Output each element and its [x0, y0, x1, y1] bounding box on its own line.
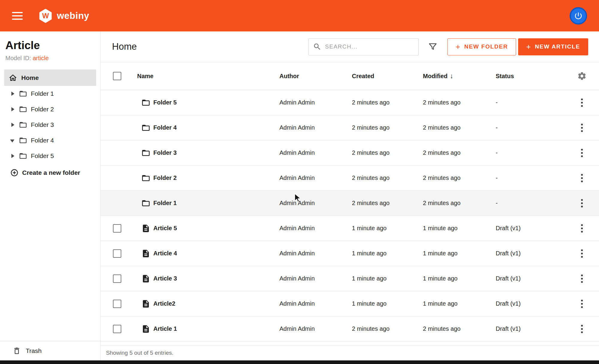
folder-icon [141, 199, 150, 208]
svg-text:W: W [42, 12, 49, 20]
folder-icon [19, 90, 27, 98]
sort-desc-icon: ↓ [450, 72, 453, 80]
search-input[interactable] [325, 43, 414, 50]
table-settings-button[interactable] [565, 71, 599, 81]
folder-icon [19, 105, 27, 113]
row-menu-button[interactable] [579, 222, 585, 235]
folder-tree: Home Folder 1 Folder 2 [0, 69, 100, 179]
plus-circle-icon [10, 169, 19, 177]
row-menu-button[interactable] [579, 322, 585, 336]
webiny-logo-icon: W [38, 9, 53, 23]
home-icon [8, 73, 17, 82]
new-folder-button[interactable]: + NEW FOLDER [447, 38, 516, 55]
sidebar-item-folder-1[interactable]: Folder 1 [0, 86, 100, 101]
chevron-right-icon[interactable] [10, 107, 15, 112]
row-menu-button[interactable] [579, 297, 585, 310]
column-header-name[interactable]: Name [128, 73, 279, 80]
folder-icon [141, 174, 150, 183]
sidebar: Article Model ID: article Home Folder 1 [0, 31, 101, 360]
column-header-created[interactable]: Created [352, 73, 423, 80]
entries-count: Showing 5 out of 5 entries. [106, 350, 173, 356]
plus-icon: + [526, 43, 531, 51]
table-header: Name Author Created Modified ↓ Status [101, 62, 599, 90]
row-checkbox[interactable] [113, 274, 121, 283]
sidebar-item-folder-5[interactable]: Folder 5 [0, 148, 100, 164]
row-menu-button[interactable] [579, 172, 585, 185]
row-menu-button[interactable] [579, 121, 585, 134]
power-icon [574, 11, 583, 20]
document-icon [141, 324, 150, 333]
row-menu-button[interactable] [579, 272, 585, 285]
table-row[interactable]: Article2 Admin Admin 1 minute ago 1 minu… [101, 291, 599, 316]
create-folder-button[interactable]: Create a new folder [0, 166, 100, 179]
folder-icon [19, 136, 27, 145]
chevron-right-icon[interactable] [10, 122, 15, 127]
document-icon [141, 224, 150, 233]
chevron-right-icon[interactable] [10, 91, 15, 96]
document-icon [141, 299, 150, 308]
table-row[interactable]: Folder 5 Admin Admin 2 minutes ago 2 min… [101, 90, 599, 115]
row-checkbox[interactable] [113, 300, 121, 308]
row-checkbox[interactable] [113, 325, 121, 333]
page-title: Home [112, 41, 137, 52]
menu-icon[interactable] [12, 12, 23, 20]
folder-icon [19, 121, 27, 129]
row-checkbox[interactable] [113, 224, 121, 233]
filter-icon [428, 42, 438, 52]
sidebar-item-folder-2[interactable]: Folder 2 [0, 101, 100, 117]
brand-name: webiny [57, 10, 89, 21]
trash-icon [13, 347, 21, 355]
table-row[interactable]: Article 5 Admin Admin 1 minute ago 1 min… [101, 216, 599, 241]
table-row[interactable]: Article 1 Admin Admin 2 minutes ago 2 mi… [101, 316, 599, 342]
table-row[interactable]: Folder 2 Admin Admin 2 minutes ago 2 min… [101, 166, 599, 191]
plus-icon: + [456, 43, 461, 51]
table-row[interactable]: Folder 4 Admin Admin 2 minutes ago 2 min… [101, 115, 599, 140]
model-id-value: article [33, 55, 49, 61]
search-box[interactable] [308, 38, 419, 55]
sidebar-item-folder-3[interactable]: Folder 3 [0, 117, 100, 133]
table-footer: Showing 5 out of 5 entries. [101, 345, 599, 360]
sidebar-item-home[interactable]: Home [4, 69, 96, 86]
model-id-line: Model ID: article [5, 55, 94, 62]
table-row[interactable]: Folder 3 Admin Admin 2 minutes ago 2 min… [101, 140, 599, 166]
column-header-modified[interactable]: Modified ↓ [423, 72, 496, 80]
folder-icon [141, 98, 150, 107]
gear-icon [577, 71, 587, 81]
topbar: W webiny [0, 0, 599, 31]
table-row[interactable]: Folder 1 Admin Admin 2 minutes ago 2 min… [101, 191, 599, 216]
model-title: Article [5, 39, 94, 52]
document-icon [141, 274, 150, 283]
row-checkbox[interactable] [113, 249, 121, 258]
row-menu-button[interactable] [579, 247, 585, 260]
row-menu-button[interactable] [579, 96, 585, 109]
table-row[interactable]: Article 3 Admin Admin 1 minute ago 1 min… [101, 266, 599, 291]
webiny-logo: W webiny [38, 9, 89, 23]
folder-icon [141, 148, 150, 157]
table-row[interactable]: Article 4 Admin Admin 1 minute ago 1 min… [101, 241, 599, 266]
chevron-down-icon[interactable] [10, 138, 15, 143]
sidebar-home-label: Home [21, 74, 39, 81]
row-menu-button[interactable] [579, 146, 585, 160]
column-header-author[interactable]: Author [279, 73, 352, 80]
search-icon [313, 43, 321, 51]
filter-button[interactable] [428, 42, 438, 52]
document-icon [141, 249, 150, 258]
model-id-label: Model ID: [5, 55, 31, 61]
sidebar-item-folder-4[interactable]: Folder 4 [0, 133, 100, 148]
select-all-checkbox[interactable] [113, 72, 121, 80]
new-article-button[interactable]: + NEW ARTICLE [518, 38, 588, 55]
main-content: Home + NEW FOLDER + NEW ARTICLE [101, 31, 599, 360]
folder-icon [19, 152, 27, 160]
user-power-button[interactable] [570, 7, 587, 25]
folder-icon [141, 123, 150, 132]
trash-button[interactable]: Trash [0, 341, 100, 360]
column-header-status[interactable]: Status [496, 73, 565, 80]
row-menu-button[interactable] [579, 197, 585, 210]
window-bottom-edge [0, 360, 599, 364]
chevron-right-icon[interactable] [10, 154, 15, 158]
